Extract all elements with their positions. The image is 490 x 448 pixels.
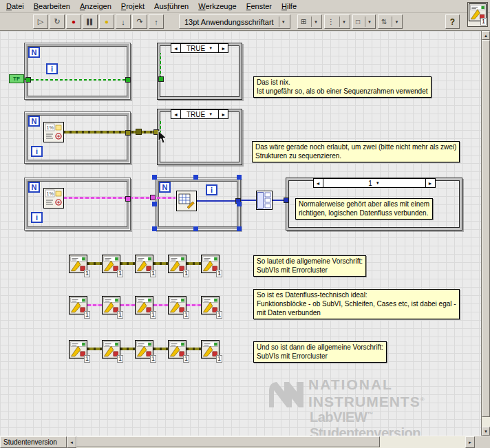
tunnel[interactable]: [125, 77, 131, 83]
case-prev-icon[interactable]: ◄: [314, 179, 323, 187]
subvi-icon[interactable]: 1: [168, 340, 187, 359]
selection-handle[interactable]: [193, 175, 198, 180]
subvi-icon[interactable]: 1: [102, 296, 120, 314]
font-selector[interactable]: 13pt Anwendungsschriftart ▼: [179, 14, 290, 29]
subvi-icon[interactable]: 1: [135, 296, 153, 314]
subvi-icon[interactable]: 1: [69, 340, 87, 359]
scroll-right-icon[interactable]: ►: [465, 436, 475, 448]
menu-ausfuehren[interactable]: Ausführen: [149, 1, 193, 12]
iteration-terminal[interactable]: i: [31, 146, 43, 157]
error-cluster-wire[interactable]: [87, 262, 102, 265]
for-loop-3[interactable]: N i: [24, 178, 131, 231]
menu-projekt[interactable]: Projekt: [116, 1, 149, 12]
highlight-execution-button[interactable]: ●: [99, 14, 114, 29]
scroll-left-icon[interactable]: ◄: [67, 436, 76, 448]
error-cluster-wire[interactable]: [63, 131, 158, 134]
for-loop-1[interactable]: N i: [24, 43, 131, 100]
wire-junction[interactable]: [136, 129, 142, 135]
iteration-terminal[interactable]: i: [46, 63, 58, 74]
chevron-down-icon[interactable]: ▼: [209, 112, 213, 116]
menu-werkzeuge[interactable]: Werkzeuge: [193, 1, 241, 12]
menu-fenster[interactable]: Fenster: [242, 1, 277, 12]
case-next-icon[interactable]: ►: [426, 179, 435, 187]
selection-handle[interactable]: [152, 175, 157, 180]
subvi-icon[interactable]: 1: [135, 340, 153, 359]
error-cluster-wire[interactable]: [120, 262, 135, 265]
subvi-icon[interactable]: 1: [102, 340, 120, 359]
selected-for-loop[interactable]: N i: [155, 178, 241, 231]
cluster-wire[interactable]: [63, 197, 175, 199]
selection-handle[interactable]: [237, 175, 242, 180]
step-over-button[interactable]: ↷: [132, 14, 147, 29]
subvi-icon[interactable]: 1: [168, 255, 187, 273]
chevron-down-icon[interactable]: ▼: [311, 17, 320, 27]
case-prev-icon[interactable]: ◄: [171, 110, 180, 118]
scroll-up-icon[interactable]: ▲: [482, 31, 490, 40]
loop-count-terminal[interactable]: N: [28, 182, 40, 193]
cluster-wire[interactable]: [187, 304, 201, 306]
selection-handle[interactable]: [237, 202, 242, 206]
subvi-icon[interactable]: 1: [135, 255, 153, 273]
numeric-wire[interactable]: [241, 200, 256, 201]
help-button[interactable]: ?: [445, 14, 460, 29]
boolean-wire[interactable]: [31, 79, 126, 81]
reorder-dropdown[interactable]: ⇅▼: [378, 14, 403, 29]
subvi-icon[interactable]: 1: [102, 255, 120, 273]
case-structure-3[interactable]: ◄ 1▼ ► Normalerweise gehört aber alles m…: [286, 178, 462, 231]
chevron-down-icon[interactable]: ▼: [365, 17, 374, 27]
loop-count-terminal[interactable]: N: [28, 47, 40, 58]
comment-note-4[interactable]: So lautet die allgemeine Vorschrift: Sub…: [253, 255, 366, 277]
comment-note-1[interactable]: Das ist nix. Ist ungefähr so, als ob ein…: [253, 76, 432, 98]
boolean-wire[interactable]: [160, 53, 161, 78]
subvi-icon[interactable]: 1: [201, 340, 220, 359]
case-next-icon[interactable]: ►: [219, 110, 228, 118]
cluster-wire[interactable]: [153, 304, 168, 306]
subvi-node[interactable]: [43, 122, 64, 145]
scroll-down-icon[interactable]: ▼: [482, 427, 490, 436]
pause-button[interactable]: ▌▌: [83, 14, 98, 29]
distribute-objects-dropdown[interactable]: ⋮▼: [324, 14, 350, 29]
error-cluster-wire[interactable]: [187, 348, 201, 350]
subvi-node[interactable]: [176, 191, 197, 214]
step-into-button[interactable]: ↓: [116, 14, 131, 29]
tunnel[interactable]: [284, 198, 289, 203]
tunnel[interactable]: [125, 130, 131, 136]
edition-badge[interactable]: Studentenversion: [0, 436, 67, 448]
boolean-constant[interactable]: TF: [9, 74, 24, 83]
menu-bearbeiten[interactable]: Bearbeiten: [29, 1, 75, 12]
align-objects-dropdown[interactable]: ⊞▼: [297, 14, 322, 29]
error-cluster-wire[interactable]: [120, 348, 135, 350]
menu-datei[interactable]: Datei: [1, 1, 29, 12]
selection-handle[interactable]: [152, 202, 157, 206]
comment-note-5[interactable]: So ist es Datenfluss-technisch ideal: Fu…: [253, 289, 460, 319]
case-selector[interactable]: ◄ TRUE▼ ►: [171, 109, 228, 119]
subvi-icon[interactable]: 1: [69, 296, 87, 314]
case-selector[interactable]: ◄ TRUE▼ ►: [171, 43, 228, 53]
loop-count-terminal[interactable]: N: [28, 116, 40, 127]
chevron-down-icon[interactable]: ▼: [279, 17, 288, 27]
block-diagram-canvas[interactable]: NATIONAL INSTRUMENTS® LabVIEW™ Studenten…: [0, 31, 481, 436]
subvi-node[interactable]: [43, 188, 64, 211]
error-cluster-wire[interactable]: [87, 348, 102, 350]
vertical-scrollbar[interactable]: ▲ ▼: [481, 31, 490, 436]
case-next-icon[interactable]: ►: [219, 44, 228, 52]
chevron-down-icon[interactable]: ▼: [392, 17, 401, 27]
comment-note-3[interactable]: Normalerweise gehört aber alles mit eine…: [295, 198, 433, 220]
error-cluster-wire[interactable]: [153, 348, 168, 350]
vi-icon[interactable]: 1: [467, 2, 488, 27]
case-structure-1[interactable]: ◄ TRUE▼ ►: [157, 43, 242, 100]
resize-objects-dropdown[interactable]: □▼: [352, 14, 376, 29]
comment-note-2[interactable]: Das wäre gerade noch erlaubt, um zwei (b…: [252, 141, 460, 162]
tunnel[interactable]: [158, 76, 164, 82]
loop-count-terminal[interactable]: N: [159, 182, 171, 193]
comment-note-6[interactable]: Und so ist dann die allgemeine Vorschrif…: [253, 341, 387, 363]
chevron-down-icon[interactable]: ▼: [209, 46, 213, 50]
case-selector[interactable]: ◄ 1▼ ►: [313, 178, 436, 188]
tunnel[interactable]: [25, 77, 31, 83]
chevron-down-icon[interactable]: ▼: [376, 181, 380, 185]
subvi-icon[interactable]: 1: [201, 255, 220, 273]
iteration-terminal[interactable]: i: [31, 212, 43, 223]
subvi-icon[interactable]: 1: [201, 296, 220, 314]
horizontal-scrollbar[interactable]: [76, 436, 465, 448]
cluster-wire[interactable]: [87, 304, 102, 306]
